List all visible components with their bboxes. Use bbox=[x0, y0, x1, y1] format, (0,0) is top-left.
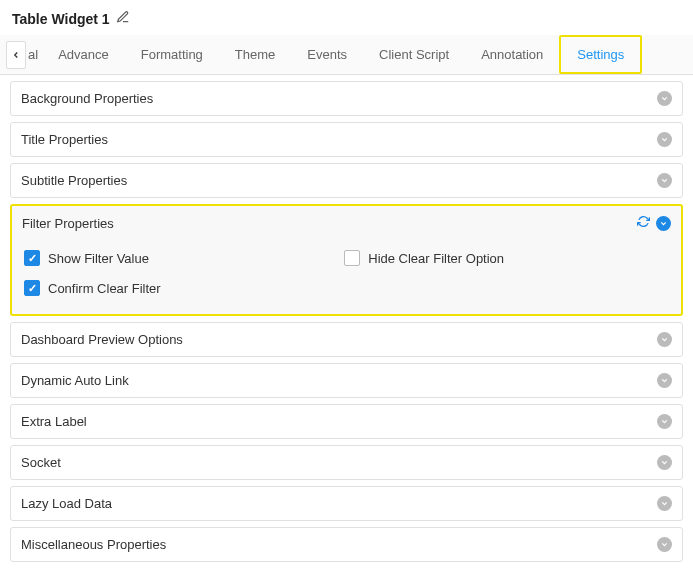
widget-title: Table Widget 1 bbox=[12, 11, 110, 27]
section-misc: Miscellaneous Properties bbox=[10, 527, 683, 562]
section-header-subtitle[interactable]: Subtitle Properties bbox=[11, 164, 682, 197]
refresh-icon[interactable] bbox=[637, 215, 650, 231]
tab-client-script[interactable]: Client Script bbox=[363, 37, 465, 72]
tab-annotation[interactable]: Annotation bbox=[465, 37, 559, 72]
section-title: Background Properties bbox=[21, 91, 153, 106]
tab-events[interactable]: Events bbox=[291, 37, 363, 72]
section-header-dynamic-auto-link[interactable]: Dynamic Auto Link bbox=[11, 364, 682, 397]
checkbox-icon[interactable] bbox=[24, 250, 40, 266]
tab-bar: al Advance Formatting Theme Events Clien… bbox=[0, 35, 693, 75]
section-dynamic-auto-link: Dynamic Auto Link bbox=[10, 363, 683, 398]
section-background: Background Properties bbox=[10, 81, 683, 116]
chevron-down-icon[interactable] bbox=[657, 332, 672, 347]
section-header-dashboard-preview[interactable]: Dashboard Preview Options bbox=[11, 323, 682, 356]
section-header-socket[interactable]: Socket bbox=[11, 446, 682, 479]
sections-container: Background Properties Title Properties S… bbox=[0, 75, 693, 570]
checkbox-label: Hide Clear Filter Option bbox=[368, 251, 504, 266]
edit-icon[interactable] bbox=[116, 10, 130, 27]
section-header-title[interactable]: Title Properties bbox=[11, 123, 682, 156]
section-header-background[interactable]: Background Properties bbox=[11, 82, 682, 115]
chevron-down-icon[interactable] bbox=[657, 537, 672, 552]
chevron-down-icon[interactable] bbox=[657, 414, 672, 429]
section-lazy-load: Lazy Load Data bbox=[10, 486, 683, 521]
section-title: Subtitle Properties bbox=[21, 173, 127, 188]
section-extra-label: Extra Label bbox=[10, 404, 683, 439]
section-title: Miscellaneous Properties bbox=[21, 537, 166, 552]
chevron-down-icon[interactable] bbox=[657, 455, 672, 470]
tab-theme[interactable]: Theme bbox=[219, 37, 291, 72]
tab-advance[interactable]: Advance bbox=[42, 37, 125, 72]
tab-partial: al bbox=[26, 37, 42, 72]
checkbox-show-filter-value[interactable]: Show Filter Value bbox=[24, 250, 314, 266]
filter-body: Show Filter Value Hide Clear Filter Opti… bbox=[12, 240, 681, 314]
section-subtitle: Subtitle Properties bbox=[10, 163, 683, 198]
section-title: Title Properties bbox=[21, 132, 108, 147]
widget-header: Table Widget 1 bbox=[0, 0, 693, 35]
section-title: Filter Properties bbox=[22, 216, 114, 231]
checkbox-hide-clear-filter[interactable]: Hide Clear Filter Option bbox=[344, 250, 634, 266]
section-title: Lazy Load Data bbox=[21, 496, 112, 511]
section-title: Extra Label bbox=[21, 414, 87, 429]
section-header-extra-label[interactable]: Extra Label bbox=[11, 405, 682, 438]
checkbox-label: Confirm Clear Filter bbox=[48, 281, 161, 296]
section-title: Dynamic Auto Link bbox=[21, 373, 129, 388]
checkbox-icon[interactable] bbox=[24, 280, 40, 296]
section-title-props: Title Properties bbox=[10, 122, 683, 157]
tab-settings[interactable]: Settings bbox=[559, 35, 642, 74]
section-title: Dashboard Preview Options bbox=[21, 332, 183, 347]
section-socket: Socket bbox=[10, 445, 683, 480]
checkbox-icon[interactable] bbox=[344, 250, 360, 266]
checkbox-label: Show Filter Value bbox=[48, 251, 149, 266]
chevron-down-icon[interactable] bbox=[657, 496, 672, 511]
checkbox-confirm-clear-filter[interactable]: Confirm Clear Filter bbox=[24, 280, 314, 296]
section-filter: Filter Properties Show Filter Value Hide… bbox=[10, 204, 683, 316]
section-dashboard-preview: Dashboard Preview Options bbox=[10, 322, 683, 357]
chevron-down-icon[interactable] bbox=[657, 173, 672, 188]
section-title: Socket bbox=[21, 455, 61, 470]
section-header-lazy-load[interactable]: Lazy Load Data bbox=[11, 487, 682, 520]
chevron-down-icon[interactable] bbox=[657, 132, 672, 147]
chevron-down-icon[interactable] bbox=[656, 216, 671, 231]
chevron-down-icon[interactable] bbox=[657, 91, 672, 106]
section-header-filter[interactable]: Filter Properties bbox=[12, 206, 681, 240]
section-header-misc[interactable]: Miscellaneous Properties bbox=[11, 528, 682, 561]
tab-formatting[interactable]: Formatting bbox=[125, 37, 219, 72]
chevron-down-icon[interactable] bbox=[657, 373, 672, 388]
tab-scroll-left[interactable] bbox=[6, 41, 26, 69]
